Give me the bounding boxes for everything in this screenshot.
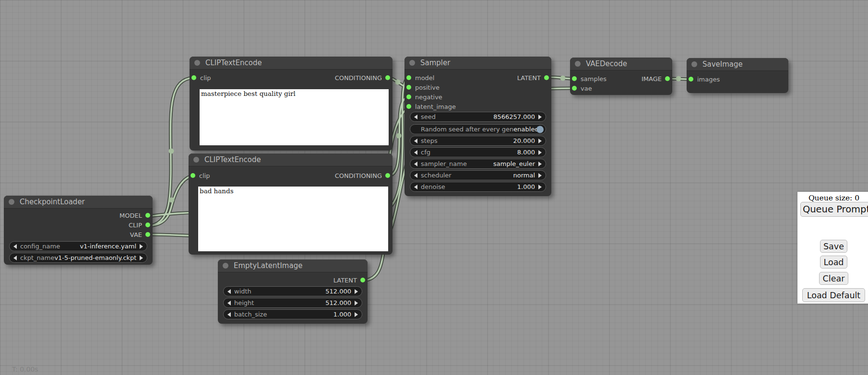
increment-arrow-icon[interactable] [140,256,143,260]
input-port-vae[interactable] [572,86,577,91]
node-checkpoint-loader[interactable]: CheckpointLoader MODEL CLIP VAE config_n… [4,196,153,265]
input-port-latent-image[interactable] [406,104,411,109]
output-port-image[interactable] [665,76,670,81]
widget-label: steps [421,137,438,144]
wire-midpoint-dot[interactable] [169,198,175,203]
widget-value: enabled [513,126,538,133]
prompt-textarea[interactable]: masterpiece best quality girl [200,89,389,145]
queue-prompt-button[interactable]: Queue Prompt [800,202,868,217]
node-titlebar[interactable]: Sampler [404,57,551,70]
node-titlebar[interactable]: VAEDecode [570,58,672,70]
decrement-arrow-icon[interactable] [414,173,417,178]
output-port-model[interactable] [145,213,150,218]
decrement-arrow-icon[interactable] [414,139,417,143]
input-port-clip[interactable] [190,173,195,178]
decrement-arrow-icon[interactable] [414,185,417,189]
input-port-samples[interactable] [572,76,577,81]
collapse-dot-icon[interactable] [193,157,199,163]
widget-width[interactable]: width 512.000 [223,286,362,296]
wire-midpoint-dot[interactable] [396,133,402,139]
node-clip-text-encode-positive[interactable]: CLIPTextEncode clip CONDITIONING masterp… [190,57,392,151]
widget-cfg[interactable]: cfg 8.000 [410,147,546,157]
widget-ckpt-name[interactable]: ckpt_name v1-5-pruned-emaonly.ckpt [9,253,147,263]
load-default-button[interactable]: Load Default [802,288,865,302]
node-vae-decode[interactable]: VAEDecode samples IMAGE vae [570,58,672,95]
input-port-model[interactable] [406,75,411,80]
wire-midpoint-dot[interactable] [395,80,401,85]
widget-value: 512.000 [325,299,351,306]
node-titlebar[interactable]: SaveImage [687,58,788,71]
node-titlebar[interactable]: CLIPTextEncode [189,153,392,166]
decrement-arrow-icon[interactable] [13,244,17,249]
increment-arrow-icon[interactable] [140,244,143,249]
slot-row: negative [404,92,551,102]
prompt-textarea[interactable]: bad hands [198,187,388,251]
increment-arrow-icon[interactable] [355,301,358,305]
increment-arrow-icon[interactable] [538,185,542,189]
decrement-arrow-icon[interactable] [414,115,417,119]
widget-random-seed-toggle[interactable]: Random seed after every gen enabled [410,124,546,134]
clear-button[interactable]: Clear [819,272,848,285]
input-port-negative[interactable] [406,94,411,99]
decrement-arrow-icon[interactable] [414,162,417,166]
node-clip-text-encode-negative[interactable]: CLIPTextEncode clip CONDITIONING bad han… [189,153,392,255]
decrement-arrow-icon[interactable] [414,150,417,155]
output-port-conditioning[interactable] [385,75,390,80]
render-time-text: T: 0.00s [12,365,38,373]
increment-arrow-icon[interactable] [538,162,542,166]
output-port-clip[interactable] [145,223,150,227]
wire-midpoint-dot[interactable] [169,149,174,154]
collapse-dot-icon[interactable] [409,60,415,66]
wire-midpoint-dot[interactable] [676,76,681,82]
collapse-dot-icon[interactable] [223,263,228,269]
widget-scheduler[interactable]: scheduler normal [410,170,546,180]
widget-sampler-name[interactable]: sampler_name sample_euler [410,159,546,169]
node-titlebar[interactable]: EmptyLatentImage [218,259,368,272]
increment-arrow-icon[interactable] [538,150,542,155]
collapse-dot-icon[interactable] [575,61,581,67]
node-title: VAEDecode [586,59,627,68]
collapse-dot-icon[interactable] [9,199,14,205]
toggle-enabled-icon[interactable] [536,126,544,133]
node-sampler[interactable]: Sampler model LATENT positive negative l… [404,57,551,196]
node-titlebar[interactable]: CLIPTextEncode [190,57,392,70]
widget-config-name[interactable]: config_name v1-inference.yaml [9,241,147,251]
output-port-latent[interactable] [360,278,365,282]
increment-arrow-icon[interactable] [538,173,542,178]
node-title: EmptyLatentImage [234,261,302,270]
input-label: images [697,76,720,83]
collapse-dot-icon[interactable] [194,60,200,66]
wire-midpoint-dot[interactable] [560,76,566,81]
save-button[interactable]: Save [820,240,847,253]
node-save-image[interactable]: SaveImage images [687,58,788,93]
increment-arrow-icon[interactable] [355,312,358,317]
decrement-arrow-icon[interactable] [227,301,231,305]
widget-steps[interactable]: steps 20.000 [410,136,546,146]
decrement-arrow-icon[interactable] [227,312,231,317]
node-empty-latent-image[interactable]: EmptyLatentImage LATENT width 512.000 he… [218,259,368,324]
collapse-dot-icon[interactable] [691,61,697,67]
input-port-images[interactable] [689,77,693,82]
slot-row: clip CONDITIONING [189,171,392,180]
widget-value: normal [513,172,535,179]
decrement-arrow-icon[interactable] [227,289,231,294]
decrement-arrow-icon[interactable] [13,256,17,260]
node-titlebar[interactable]: CheckpointLoader [4,196,153,209]
input-port-clip[interactable] [191,75,196,80]
input-port-positive[interactable] [406,85,411,90]
widget-value: v1-inference.yaml [80,243,136,250]
widget-seed[interactable]: seed 8566257.000 [410,112,546,122]
output-port-latent[interactable] [544,75,549,80]
output-slot-model: MODEL [4,211,153,220]
increment-arrow-icon[interactable] [538,139,542,143]
increment-arrow-icon[interactable] [538,115,542,119]
widget-value: 20.000 [513,137,535,144]
load-button[interactable]: Load [820,256,847,269]
output-port-vae[interactable] [145,232,150,237]
increment-arrow-icon[interactable] [355,289,358,294]
widget-denoise[interactable]: denoise 1.000 [410,182,546,192]
widget-batch-size[interactable]: batch_size 1.000 [223,309,362,319]
output-port-conditioning[interactable] [385,173,390,178]
widget-height[interactable]: height 512.000 [223,298,362,308]
slot-row: clip CONDITIONING [190,73,392,82]
